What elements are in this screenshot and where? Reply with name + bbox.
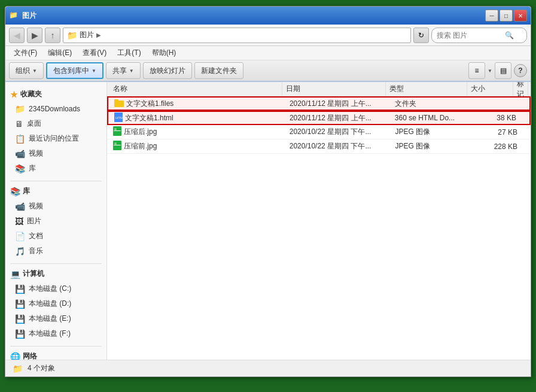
file-size-cell: 38 KB xyxy=(473,114,520,122)
divider-1 xyxy=(10,181,102,181)
svg-text:HTML: HTML xyxy=(115,116,123,120)
sidebar-item-desktop[interactable]: 🖥 桌面 xyxy=(5,116,106,131)
table-row[interactable]: HTML 文字文稿1.html 2020/11/12 星期四 上午... 360… xyxy=(107,111,531,125)
sidebar-network-header: 🌐 网络 xyxy=(5,349,106,360)
sidebar-library-header: 📚 库 xyxy=(5,184,106,199)
file-type-cell: 文件夹 xyxy=(391,99,473,109)
sidebar-item-pictures[interactable]: 🖼 图片 xyxy=(5,214,106,229)
disk-d-icon: 💾 xyxy=(15,299,25,309)
window-icon: 📁 xyxy=(9,11,19,20)
file-type-icon xyxy=(113,126,121,138)
sidebar-item-documents[interactable]: 📄 文档 xyxy=(5,229,106,244)
file-name-cell: 压缩后.jpg xyxy=(109,126,286,138)
slideshow-button[interactable]: 放映幻灯片 xyxy=(143,62,192,79)
window-title: 图片 xyxy=(22,11,36,21)
column-header-size[interactable]: 大小 xyxy=(467,82,513,96)
video-fav-icon: 📹 xyxy=(15,149,25,159)
file-list: 文字文稿1.files 2020/11/12 星期四 上午... 文件夹 HTM… xyxy=(107,96,531,360)
back-button[interactable]: ◀ xyxy=(9,28,25,43)
menu-edit[interactable]: 编辑(E) xyxy=(43,47,77,59)
menu-file[interactable]: 文件(F) xyxy=(9,47,42,59)
search-input[interactable] xyxy=(437,31,502,39)
sidebar: ★ 收藏夹 📁 2345Downloads 🖥 桌面 📋 最近访问的位置 📹 xyxy=(5,82,107,360)
share-button[interactable]: 共享 ▼ xyxy=(106,62,141,79)
forward-button[interactable]: ▶ xyxy=(27,28,42,43)
address-box[interactable]: 📁 图片 ▶ xyxy=(63,28,411,43)
documents-icon: 📄 xyxy=(15,232,25,241)
svg-point-6 xyxy=(114,128,117,130)
table-row[interactable]: 文字文稿1.files 2020/11/12 星期四 上午... 文件夹 xyxy=(107,96,531,111)
computer-icon: 💻 xyxy=(10,269,20,279)
sidebar-item-music[interactable]: 🎵 音乐 xyxy=(5,244,106,259)
sidebar-item-2345downloads[interactable]: 📁 2345Downloads xyxy=(5,102,106,116)
search-box[interactable]: 🔍 xyxy=(431,28,527,43)
help-button[interactable]: ? xyxy=(514,64,527,77)
column-header-name[interactable]: 名称 xyxy=(109,82,282,96)
maximize-button[interactable]: □ xyxy=(500,10,513,22)
file-name-text: 压缩前.jpg xyxy=(124,141,157,151)
file-name-text: 文字文稿1.html xyxy=(125,113,173,123)
sidebar-item-recent-label: 最近访问的位置 xyxy=(29,133,79,144)
pictures-icon: 🖼 xyxy=(15,217,23,226)
recent-icon: 📋 xyxy=(15,134,25,144)
include-library-button[interactable]: 包含到库中 ▼ xyxy=(46,62,103,79)
svg-rect-0 xyxy=(114,101,124,107)
sidebar-item-video-label: 视频 xyxy=(29,201,43,211)
sidebar-favorites-header: ★ 收藏夹 xyxy=(5,87,106,102)
table-row[interactable]: 压缩后.jpg 2020/10/22 星期四 下午... JPEG 图像 27 … xyxy=(107,125,531,139)
menu-view[interactable]: 查看(V) xyxy=(78,47,111,59)
sidebar-item-pictures-label: 图片 xyxy=(27,216,41,226)
svg-point-9 xyxy=(114,142,117,145)
new-folder-label: 新建文件夹 xyxy=(201,66,237,76)
view-icon-button[interactable]: ≡ xyxy=(468,62,485,79)
column-header-type[interactable]: 类型 xyxy=(386,82,467,96)
table-row[interactable]: 压缩前.jpg 2020/10/22 星期四 下午... JPEG 图像 228… xyxy=(107,139,531,154)
organize-button[interactable]: 组织 ▼ xyxy=(9,62,44,79)
sidebar-item-video[interactable]: 📹 视频 xyxy=(5,199,106,214)
menu-tools[interactable]: 工具(T) xyxy=(112,47,145,59)
refresh-button[interactable]: ↻ xyxy=(413,28,429,43)
sidebar-item-disk-c[interactable]: 💾 本地磁盘 (C:) xyxy=(5,281,106,296)
details-view-button[interactable]: ▤ xyxy=(495,62,511,79)
share-arrow: ▼ xyxy=(129,68,134,74)
file-list-header: 名称 日期 类型 大小 标记 xyxy=(107,82,531,96)
file-name-cell: 文字文稿1.files xyxy=(111,99,286,109)
address-arrow: ▶ xyxy=(96,32,101,38)
sidebar-item-video-fav-label: 视频 xyxy=(29,148,43,159)
sidebar-item-library-fav-label: 库 xyxy=(29,163,36,174)
sidebar-item-recent[interactable]: 📋 最近访问的位置 xyxy=(5,131,106,146)
column-header-tag[interactable]: 标记 xyxy=(513,82,528,96)
favorites-label: 收藏夹 xyxy=(20,89,42,99)
sidebar-item-video-fav[interactable]: 📹 视频 xyxy=(5,146,106,161)
disk-e-icon: 💾 xyxy=(15,314,25,324)
slideshow-label: 放映幻灯片 xyxy=(150,66,185,76)
column-header-date[interactable]: 日期 xyxy=(282,82,386,96)
status-bar: 📁 4 个对象 xyxy=(5,360,531,376)
file-name-text: 文字文稿1.files xyxy=(126,99,173,109)
menu-bar: 文件(F) 编辑(E) 查看(V) 工具(T) 帮助(H) xyxy=(5,46,531,60)
svg-rect-5 xyxy=(114,130,121,131)
new-folder-button[interactable]: 新建文件夹 xyxy=(194,62,243,79)
title-bar: 📁 图片 ─ □ ✕ xyxy=(5,7,531,25)
minimize-button[interactable]: ─ xyxy=(485,10,498,22)
computer-label: 计算机 xyxy=(23,269,44,279)
menu-help[interactable]: 帮助(H) xyxy=(147,47,181,59)
sidebar-item-disk-e[interactable]: 💾 本地磁盘 (E:) xyxy=(5,311,106,326)
sidebar-item-disk-f[interactable]: 💾 本地磁盘 (F:) xyxy=(5,326,106,341)
desktop-icon: 🖥 xyxy=(15,119,23,129)
music-icon: 🎵 xyxy=(15,247,25,256)
file-name-cell: HTML 文字文稿1.html xyxy=(111,113,286,124)
up-button[interactable]: ↑ xyxy=(45,28,60,43)
include-library-label: 包含到库中 xyxy=(53,66,89,76)
title-controls: ─ □ ✕ xyxy=(485,10,527,22)
search-icon[interactable]: 🔍 xyxy=(505,31,514,39)
sidebar-item-library-fav[interactable]: 📚 库 xyxy=(5,161,106,176)
sidebar-item-disk-d[interactable]: 💾 本地磁盘 (D:) xyxy=(5,296,106,311)
file-type-icon xyxy=(114,99,124,109)
divider-3 xyxy=(10,346,102,347)
close-button[interactable]: ✕ xyxy=(514,10,527,22)
file-size-cell: 228 KB xyxy=(474,142,521,151)
file-name-cell: 压缩前.jpg xyxy=(109,141,286,152)
sidebar-item-disk-e-label: 本地磁盘 (E:) xyxy=(29,314,71,324)
file-date-cell: 2020/11/12 星期四 上午... xyxy=(286,99,391,109)
